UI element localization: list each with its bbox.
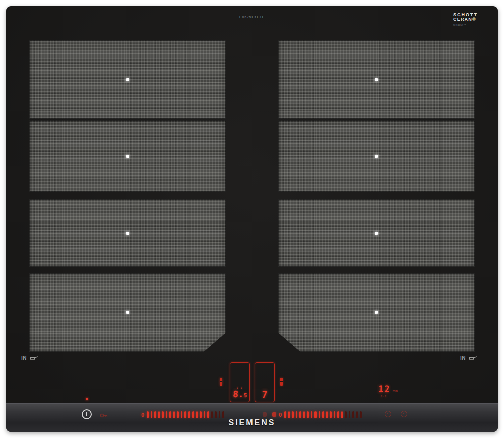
zone-center-dot (126, 311, 129, 314)
slider-bar-track[interactable] (284, 411, 362, 418)
zone-center-dot (375, 232, 378, 235)
slider-bar[interactable] (292, 411, 294, 418)
zone-center-dot (375, 311, 378, 314)
slider-bar[interactable] (349, 411, 351, 418)
front-control-strip: 0 0 SIEMENS (6, 403, 498, 432)
slider-bar[interactable] (154, 411, 156, 418)
slider-bar[interactable] (288, 411, 290, 418)
zone-center-dot (126, 155, 129, 158)
cook-zone-segment-right-4 (278, 273, 475, 352)
slider-bar[interactable] (207, 411, 209, 418)
cook-zone-segment-left-3 (29, 199, 226, 267)
model-number: EX675LXC1E (6, 15, 498, 19)
timer-display: 12 min I-I (378, 385, 398, 398)
induction-pan-icon (468, 355, 478, 361)
zone-center-dot (375, 155, 378, 158)
induction-marking-right: IN (460, 354, 478, 361)
slider-bar[interactable] (184, 411, 186, 418)
induction-label: IN (460, 355, 466, 361)
slider-zero-label[interactable]: 0 (279, 412, 282, 418)
slider-bar[interactable] (314, 411, 317, 418)
slider-bar[interactable] (334, 411, 336, 418)
function-icon-active[interactable] (272, 412, 276, 417)
cook-zone-segment-left-1 (29, 40, 226, 119)
slider-bar[interactable] (337, 411, 339, 418)
slider-bar[interactable] (356, 411, 358, 418)
slider-bar[interactable] (177, 411, 179, 418)
right-zone-power-level: 7 (262, 390, 268, 399)
schott-logo-subtext: Miradur™ (453, 23, 478, 26)
power-level-fraction: 5 (243, 392, 247, 399)
slider-bar[interactable] (204, 411, 206, 418)
timer-value: 12 (378, 385, 391, 393)
schott-ceran-logo: SCHOTT CERAN® Miradur™ (453, 13, 478, 26)
cook-zone-segment-right-2 (278, 120, 475, 192)
slider-bar[interactable] (215, 411, 217, 418)
zone-select-tick-left (220, 378, 222, 386)
slider-bar[interactable] (196, 411, 198, 418)
slider-bar[interactable] (322, 411, 324, 418)
slider-bar[interactable] (299, 411, 301, 418)
induction-pan-icon (29, 355, 39, 361)
cook-zone-segment-left-4 (29, 273, 226, 352)
siemens-logo: SIEMENS (6, 418, 498, 427)
cook-zone-segment-right-3 (278, 199, 475, 267)
timer-unit: min (392, 389, 397, 393)
cook-zone-segment-right-1 (278, 40, 475, 119)
timer-zone-indicator: I-I (381, 395, 398, 398)
slider-bar[interactable] (147, 411, 149, 418)
slider-bar[interactable] (307, 411, 309, 418)
cook-zone-segment-left-2 (29, 120, 226, 192)
slider-bar[interactable] (284, 411, 286, 418)
slider-bar[interactable] (166, 411, 168, 418)
slider-bar[interactable] (341, 411, 343, 418)
slider-bar[interactable] (326, 411, 328, 418)
zone-center-dot (126, 232, 129, 235)
slider-bar[interactable] (303, 411, 305, 418)
slider-bar[interactable] (311, 411, 313, 418)
slider-bar[interactable] (158, 411, 160, 418)
slider-bar[interactable] (219, 411, 221, 418)
slider-bar[interactable] (345, 411, 347, 418)
timer-icon-1[interactable] (385, 411, 391, 417)
power-button[interactable] (82, 409, 92, 419)
slider-bar[interactable] (352, 411, 354, 418)
zone-center-dot (375, 78, 378, 81)
slider-bar[interactable] (222, 411, 224, 418)
induction-marking-left: IN (21, 354, 39, 361)
schott-logo-line2: CERAN® (453, 17, 478, 22)
slider-bar[interactable] (173, 411, 175, 418)
slider-bar[interactable] (169, 411, 171, 418)
zone-select-tick-right (280, 378, 283, 386)
left-zone-power-level: 8.5 (232, 390, 247, 400)
slider-bar[interactable] (200, 411, 202, 418)
slider-bar-track[interactable] (147, 411, 224, 418)
slider-bar[interactable] (319, 411, 321, 418)
slider-bar[interactable] (360, 411, 362, 418)
slider-bar[interactable] (151, 411, 153, 418)
power-icon (86, 412, 87, 416)
slider-bar[interactable] (330, 411, 332, 418)
slider-bar[interactable] (188, 411, 191, 418)
induction-label: IN (21, 355, 27, 361)
function-icon-pause[interactable] (263, 412, 267, 417)
slider-bar[interactable] (181, 411, 183, 418)
slider-bar[interactable] (192, 411, 194, 418)
timer-icon-2[interactable] (401, 411, 407, 417)
slider-bar[interactable] (211, 411, 213, 418)
induction-cooktop-surface: EX675LXC1E SCHOTT CERAN® Miradur™ IN IN … (6, 6, 498, 432)
zone-center-dot (126, 78, 129, 81)
right-flexzone-display[interactable]: 7 (255, 362, 275, 402)
slider-bar[interactable] (162, 411, 164, 418)
power-on-indicator (86, 398, 88, 400)
slider-zero-label[interactable]: 0 (141, 412, 144, 418)
left-flexzone-display[interactable]: I-I 8.5 (230, 362, 250, 402)
slider-bar[interactable] (296, 411, 298, 418)
power-level-integer: 8. (232, 388, 244, 399)
